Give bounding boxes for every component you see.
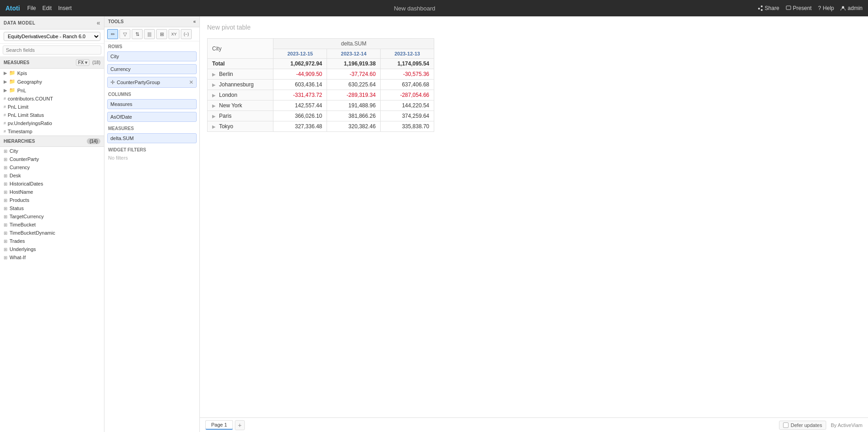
hierarchy-icon: ⊞ [4, 255, 7, 260]
table-row: ▶ London -331,473.72 -289,319.34 -287,05… [208, 90, 434, 100]
tree-item-timestamp[interactable]: # Timestamp [0, 127, 104, 136]
value-johannesburg-0: 603,436.14 [273, 80, 327, 90]
tree-item-geography[interactable]: ▶ 📁 Geography [0, 77, 104, 86]
edit-tool-btn[interactable]: ✏ [107, 29, 118, 39]
data-model-collapse-icon[interactable]: « [97, 19, 100, 26]
main-layout: DATA MODEL « EquityDerivativesCube - Ran… [0, 16, 868, 432]
city-cell-total: Total [208, 59, 273, 69]
value-berlin-0: -44,909.50 [273, 69, 327, 80]
measures-delta-sum-item[interactable]: delta.SUM [107, 133, 197, 143]
hierarchy-icon: ⊞ [4, 165, 7, 170]
folder-icon: 📁 [9, 87, 15, 93]
search-fields-input[interactable] [3, 45, 101, 55]
menu-edit[interactable]: Edit [42, 5, 52, 11]
hierarchy-currency[interactable]: ⊞ Currency [0, 163, 104, 171]
rows-currency-item[interactable]: Currency [107, 64, 197, 74]
value-paris-1: 381,866.26 [327, 111, 381, 121]
data-model-header: DATA MODEL « [0, 16, 104, 30]
hierarchy-icon: ⊞ [4, 239, 7, 244]
tree-item-pnl[interactable]: ▶ 📁 PnL [0, 86, 104, 95]
filter-tool-btn[interactable]: ▽ [119, 29, 130, 39]
top-bar-left: Atoti File Edit Insert [5, 5, 72, 12]
columns-label: Columns [104, 89, 199, 98]
columns-measures-item[interactable]: Measures [107, 99, 197, 109]
grid-tool-btn[interactable]: ⊞ [156, 29, 167, 39]
hierarchy-city[interactable]: ⊞ City [0, 147, 104, 155]
hierarchy-icon: ⊞ [4, 190, 7, 195]
hierarchy-icon: ⊞ [4, 198, 7, 203]
value-tokyo-0: 327,336.48 [273, 121, 327, 132]
measures-tree: ▶ 📁 Kpis ▶ 📁 Geography ▶ 📁 PnL # contrib… [0, 69, 104, 136]
measure-icon: # [4, 121, 6, 126]
value-total-2: 1,174,095.54 [381, 59, 434, 69]
drag-icon: ✛ [110, 79, 115, 85]
tree-item-contributors-count[interactable]: # contributors.COUNT [0, 95, 104, 103]
expand-arrow: ▶ [212, 93, 216, 98]
hierarchy-trades[interactable]: ⊞ Trades [0, 237, 104, 245]
menu-insert[interactable]: Insert [58, 5, 72, 11]
add-page-btn[interactable]: + [235, 420, 245, 430]
defer-updates-btn[interactable]: Defer updates [779, 421, 826, 430]
col-city-header: City [208, 39, 273, 59]
measure-icon: # [4, 129, 6, 134]
hierarchy-historical-dates[interactable]: ⊞ HistoricalDates [0, 180, 104, 188]
hierarchy-underlyings[interactable]: ⊞ Underlyings [0, 245, 104, 253]
pivot-table: City delta.SUM 2023-12-15 2023-12-14 202… [207, 38, 434, 132]
remove-counterpartygroup-btn[interactable]: ✕ [189, 79, 193, 85]
value-berlin-2: -30,575.36 [381, 69, 434, 80]
share-button[interactable]: Share [758, 5, 779, 11]
rows-counterpartygroup-item[interactable]: ✛ CounterPartyGroup ✕ [107, 77, 197, 88]
columns-tool-btn[interactable]: ||| [144, 29, 155, 39]
tree-item-pnl-limit[interactable]: # PnL Limit [0, 103, 104, 111]
hierarchy-what-if[interactable]: ⊞ What-If [0, 253, 104, 261]
sort-tool-btn[interactable]: ⇅ [132, 29, 143, 39]
tree-item-pv-underlyings[interactable]: # pv.UnderlyingsRatio [0, 119, 104, 127]
folder-icon: 📁 [9, 79, 15, 85]
city-cell-tokyo: ▶ Tokyo [208, 121, 273, 132]
help-button[interactable]: ? Help [818, 5, 834, 11]
rows-city-item[interactable]: City [107, 51, 197, 61]
page-tab-1[interactable]: Page 1 [205, 420, 233, 430]
tree-item-pnl-limit-status[interactable]: # PnL Limit Status [0, 111, 104, 119]
table-row: Total 1,062,972.94 1,196,919.38 1,174,09… [208, 59, 434, 69]
city-cell-paris: ▶ Paris [208, 111, 273, 121]
hierarchy-icon: ⊞ [4, 149, 7, 154]
city-cell-newyork: ▶ New York [208, 100, 273, 111]
hierarchy-time-bucket-dynamic[interactable]: ⊞ TimeBucketDynamic [0, 229, 104, 237]
present-button[interactable]: Present [786, 5, 812, 11]
hierarchy-desk[interactable]: ⊞ Desk [0, 171, 104, 180]
value-newyork-0: 142,557.44 [273, 100, 327, 111]
cube-selector[interactable]: EquityDerivativesCube - Ranch 6.0 [4, 32, 100, 41]
user-menu[interactable]: admin [840, 5, 863, 11]
tree-item-kpis[interactable]: ▶ 📁 Kpis [0, 69, 104, 77]
expand-arrow: ▶ [212, 124, 216, 129]
main-content: New pivot table City delta.SUM 2023-12-1… [200, 16, 868, 432]
expand-icon: ▶ [4, 79, 7, 84]
fx-button[interactable]: fx ▾ [76, 59, 90, 66]
value-london-1: -289,319.34 [327, 90, 381, 100]
hierarchy-icon: ⊞ [4, 181, 7, 186]
hierarchy-target-currency[interactable]: ⊞ TargetCurrency [0, 212, 104, 221]
xy-tool-btn[interactable]: XY [169, 29, 179, 39]
hierarchy-status[interactable]: ⊞ Status [0, 204, 104, 212]
columns-asofdate-item[interactable]: AsOfDate [107, 112, 197, 122]
expand-arrow: ▶ [212, 114, 216, 119]
hierarchy-time-bucket[interactable]: ⊞ TimeBucket [0, 221, 104, 229]
hierarchy-products[interactable]: ⊞ Products [0, 196, 104, 204]
measures-zone-label: Measures [104, 123, 199, 132]
tools-toolbar: ✏ ▽ ⇅ ||| ⊞ XY (−) [104, 27, 199, 41]
hierarchy-hostname[interactable]: ⊞ HostName [0, 188, 104, 196]
top-menu: File Edit Insert [27, 5, 72, 11]
no-filters-text: No filters [104, 153, 199, 162]
hierarchy-icon: ⊞ [4, 231, 7, 236]
menu-file[interactable]: File [27, 5, 36, 11]
measures-section-header: MEASURES fx ▾ (18) [0, 57, 104, 69]
hierarchies-section-header: HIERARCHIES (14) [0, 136, 104, 147]
hierarchy-counterparty[interactable]: ⊞ CounterParty [0, 155, 104, 163]
tools-collapse-icon[interactable]: « [193, 19, 196, 24]
measure-icon: # [4, 113, 6, 117]
hierarchies-list: ⊞ City ⊞ CounterParty ⊞ Currency ⊞ Desk … [0, 147, 104, 261]
expand-icon: ▶ [4, 70, 7, 75]
collapse-tool-btn[interactable]: (−) [181, 29, 192, 39]
value-johannesburg-2: 637,406.68 [381, 80, 434, 90]
